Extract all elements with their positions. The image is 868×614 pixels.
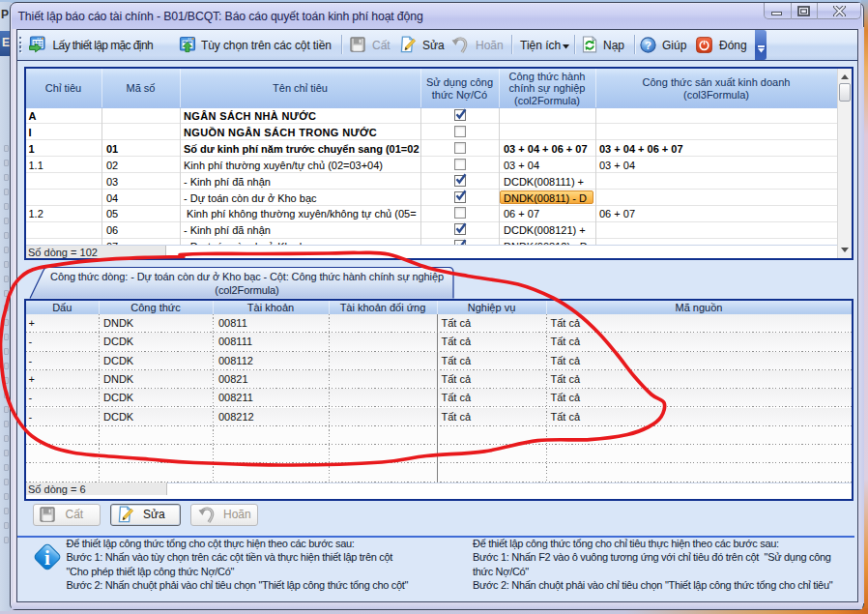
svg-text:?: ? xyxy=(645,39,651,50)
svg-text:i: i xyxy=(44,546,50,570)
